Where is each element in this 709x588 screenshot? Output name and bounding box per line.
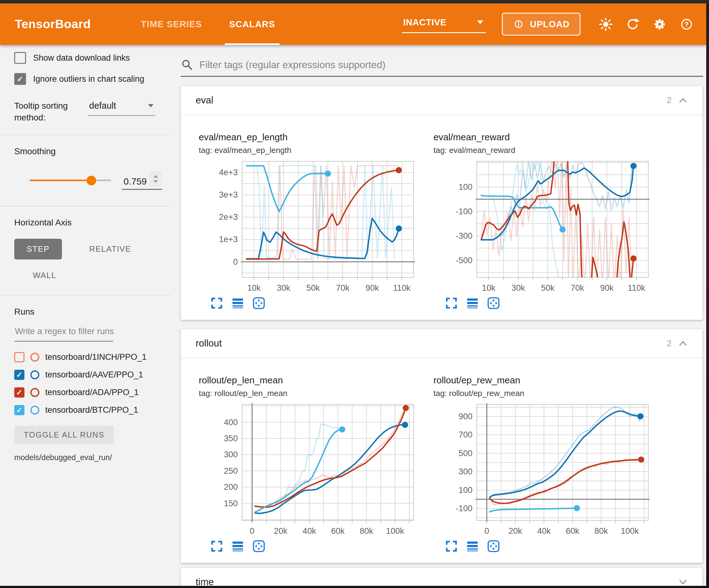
svg-text:3e+3: 3e+3 [219,190,238,199]
filter-tags-field[interactable] [181,58,703,77]
svg-text:110k: 110k [628,283,646,292]
svg-text:150: 150 [224,499,238,508]
section-header-time[interactable]: time [181,568,703,586]
svg-text:1e+3: 1e+3 [219,235,238,244]
search-icon [181,58,193,71]
line-chart[interactable]: 01e+32e+33e+34e+310k30k50k70k90k110k [199,159,416,293]
run-row[interactable]: tensorboard/1INCH/PPO_1 [14,348,171,366]
upload-button[interactable]: UPLOAD [502,13,580,35]
smoothing-value[interactable]: 0.759 [122,176,147,187]
svg-text:70k: 70k [336,283,349,292]
run-color-radio[interactable] [30,406,39,415]
checkbox[interactable]: ✓ [14,73,26,85]
run-checkbox[interactable] [14,352,24,362]
svg-text:110k: 110k [393,283,411,292]
section-card-rollout: rollout 2 rollout/ep_len_meantag: rollou… [181,329,703,563]
expand-chart-button[interactable] [445,297,457,309]
upload-button-label: UPLOAD [530,19,570,29]
data-series-button[interactable] [232,297,244,309]
run-color-radio[interactable] [30,388,39,397]
stepper-up-icon[interactable] [153,175,158,178]
axis-option-relative[interactable]: RELATIVE [77,239,144,259]
pan-zoom-button[interactable] [253,540,265,553]
run-checkbox[interactable]: ✓ [14,405,24,415]
chevron-up-icon[interactable] [678,97,688,104]
run-checkbox[interactable]: ✓ [14,387,24,398]
svg-text:300: 300 [458,467,472,476]
chart-title: eval/mean_reward [434,132,650,143]
runs-list: tensorboard/1INCH/PPO_1✓tensorboard/AAVE… [0,348,171,419]
pan-zoom-button[interactable] [487,540,500,553]
chevron-down-icon[interactable] [678,579,688,586]
data-series-button[interactable] [232,540,244,553]
help-icon[interactable]: ? [679,17,694,32]
run-row[interactable]: ✓tensorboard/ADA/PPO_1 [14,384,171,401]
run-row[interactable]: ✓tensorboard/AAVE/PPO_1 [14,366,171,384]
line-chart[interactable]: -100100300500700900020k40k60k80k100k [434,403,650,536]
svg-text:200: 200 [224,482,238,492]
chart-tag: tag: rollout/ep_rew_mean [434,389,650,398]
stepper-down-icon[interactable] [153,180,158,183]
axis-option-step[interactable]: STEP [14,239,62,259]
smoothing-slider[interactable] [30,180,111,181]
line-chart[interactable]: 150200250300350400020k40k60k80k100k [199,403,416,536]
show-download-links-row[interactable]: Show data download links [14,50,171,66]
tab-time-series[interactable]: TIME SERIES [127,3,215,45]
checkbox-label: Show data download links [33,53,130,63]
run-color-radio[interactable] [30,353,39,362]
tab-bar: TIME SERIES SCALARS [127,3,289,45]
section-header-rollout[interactable]: rollout 2 [181,329,703,358]
svg-text:30k: 30k [511,283,525,292]
runs-filter-input[interactable] [14,326,114,337]
ignore-outliers-row[interactable]: ✓ Ignore outliers in chart scaling [14,71,171,87]
svg-text:80k: 80k [360,527,373,536]
slider-fill [30,180,91,181]
brightness-icon[interactable] [599,17,613,32]
svg-text:20k: 20k [274,527,288,536]
data-series-button[interactable] [466,540,479,553]
checkbox[interactable] [14,52,26,64]
section-title: rollout [196,338,222,349]
section-header-eval[interactable]: eval 2 [181,86,703,115]
pan-zoom-button[interactable] [253,297,265,309]
chevron-up-icon[interactable] [678,340,688,347]
run-label: tensorboard/ADA/PPO_1 [45,388,139,397]
refresh-icon[interactable] [625,17,640,32]
svg-text:100: 100 [458,486,472,495]
app-title: TensorBoard [15,17,91,31]
run-checkbox[interactable]: ✓ [14,370,24,380]
settings-gear-icon[interactable] [652,17,667,32]
section-card-time: time [181,568,703,586]
tooltip-sorting-value: default [89,101,116,111]
chart-title: eval/mean_ep_length [199,132,416,143]
expand-chart-button[interactable] [211,297,223,309]
svg-text:50k: 50k [306,283,320,292]
chart-toolbar [211,540,416,553]
data-series-button[interactable] [466,297,479,309]
svg-text:90k: 90k [600,283,614,292]
pan-zoom-button[interactable] [487,297,500,309]
runs-filter-field[interactable] [14,326,113,341]
expand-chart-button[interactable] [445,540,457,553]
section-count: 2 [667,339,672,348]
svg-text:0: 0 [250,527,255,536]
filter-tags-input[interactable] [199,59,703,71]
run-label: tensorboard/BTC/PPO_1 [45,405,138,415]
toggle-all-runs-button[interactable]: TOGGLE ALL RUNS [14,426,114,444]
run-color-radio[interactable] [30,370,39,379]
sync-status-dropdown[interactable]: INACTIVE [402,16,486,33]
tooltip-sorting-dropdown[interactable]: default [88,100,155,116]
window-right-border [706,0,709,588]
smoothing-stepper[interactable] [149,171,162,187]
chevron-down-icon [477,21,483,24]
svg-text:30k: 30k [277,283,290,292]
tab-scalars[interactable]: SCALARS [215,3,289,45]
svg-text:700: 700 [458,430,472,439]
chart-toolbar [445,540,650,553]
expand-chart-button[interactable] [211,540,223,553]
line-chart[interactable]: 100-100-300-50010k30k50k70k90k110k [434,159,650,293]
axis-option-wall[interactable]: WALL [21,265,69,286]
slider-thumb[interactable] [87,176,96,185]
run-row[interactable]: ✓tensorboard/BTC/PPO_1 [14,401,171,419]
runs-directory-label: models/debugged_eval_run/ [14,453,171,462]
